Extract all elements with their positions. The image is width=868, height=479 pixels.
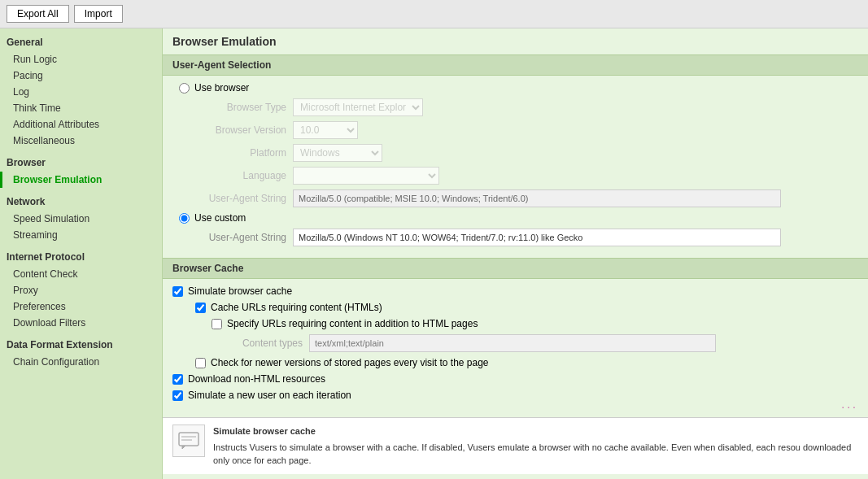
sidebar-section-network: Network [0,191,162,211]
dots-area: ... [172,398,858,411]
sidebar-item-log[interactable]: Log [0,84,162,100]
tooltip-title: Simulate browser cache [213,425,858,438]
cache-urls-html-checkbox[interactable] [195,303,206,313]
use-browser-row: Use browser [172,82,858,94]
tooltip-text-area: Simulate browser cache Instructs Vusers … [213,425,858,468]
browser-type-select[interactable]: Microsoft Internet Explorer [293,98,423,116]
content-area: Browser Emulation User-Agent Selection U… [163,28,868,479]
browser-type-label: Browser Type [195,102,293,113]
cache-urls-html-row: Cache URLs requiring content (HTMLs) [172,302,858,313]
simulate-browser-cache-row: Simulate browser cache [172,285,858,297]
browser-options-group: Browser Type Microsoft Internet Explorer… [172,98,858,207]
top-bar: Export All Import [0,0,868,28]
svg-rect-0 [179,433,198,446]
tooltip-area: Simulate browser cache Instructs Vusers … [163,417,868,474]
import-button[interactable]: Import [74,5,123,23]
use-custom-row: Use custom [172,212,858,224]
sidebar-item-download-filters[interactable]: Download Filters [0,315,162,331]
sidebar-item-preferences[interactable]: Preferences [0,298,162,315]
content-types-row: Content types [172,334,858,352]
sidebar-item-miscellaneous[interactable]: Miscellaneous [0,133,162,149]
comment-icon [177,429,200,452]
sidebar-item-think-time[interactable]: Think Time [0,100,162,116]
page-title: Browser Emulation [163,28,868,54]
tooltip-description: Instructs Vusers to simulate a browser w… [213,441,858,468]
sidebar-section-data-format: Data Format Extension [0,334,162,354]
use-custom-label: Use custom [194,212,246,224]
check-newer-versions-label: Check for newer versions of stored pages… [211,357,489,368]
sidebar-item-additional-attributes[interactable]: Additional Attributes [0,116,162,133]
simulate-browser-cache-label: Simulate browser cache [188,285,292,297]
language-select[interactable] [293,167,439,185]
user-agent-string-custom-row: User-Agent String [172,229,858,246]
sidebar-item-streaming[interactable]: Streaming [0,227,162,243]
browser-version-label: Browser Version [195,124,293,136]
use-browser-radio[interactable] [179,83,190,94]
browser-type-row: Browser Type Microsoft Internet Explorer [195,98,858,116]
sidebar-section-browser: Browser [0,152,162,172]
cache-urls-html-label: Cache URLs requiring content (HTMLs) [211,302,382,313]
simulate-browser-cache-checkbox[interactable] [172,286,183,297]
browser-cache-content: Simulate browser cache Cache URLs requir… [163,279,868,417]
user-agent-string-disabled-label: User-Agent String [195,193,293,204]
platform-row: Platform Windows [195,144,858,162]
specify-urls-label: Specify URLs requiring content in additi… [227,318,478,329]
sidebar-item-content-check[interactable]: Content Check [0,266,162,282]
sidebar-section-general: General [0,32,162,51]
export-all-button[interactable]: Export All [7,5,69,23]
check-newer-versions-checkbox[interactable] [195,358,206,368]
user-agent-section-content: Use browser Browser Type Microsoft Inter… [163,76,868,258]
language-label: Language [195,170,293,181]
browser-version-select[interactable]: 10.0 [293,121,358,139]
dots-indicator: ... [841,398,858,411]
specify-urls-checkbox[interactable] [212,319,222,329]
browser-cache-section-header: Browser Cache [163,258,868,279]
content-types-label: Content types [212,337,309,349]
user-agent-string-disabled-input[interactable] [293,189,781,207]
sidebar-item-browser-emulation[interactable]: Browser Emulation [0,172,162,188]
content-types-input[interactable] [309,334,716,352]
sidebar-item-run-logic[interactable]: Run Logic [0,51,162,67]
check-newer-versions-row: Check for newer versions of stored pages… [172,357,858,368]
sidebar-item-speed-simulation[interactable]: Speed Simulation [0,211,162,227]
download-non-html-row: Download non-HTML resources [172,373,858,385]
user-agent-string-custom-input[interactable] [293,229,781,246]
browser-version-row: Browser Version 10.0 [195,121,858,139]
sidebar: General Run Logic Pacing Log Think Time … [0,28,163,479]
download-non-html-checkbox[interactable] [172,374,183,385]
user-agent-string-custom-label: User-Agent String [195,232,293,243]
user-agent-section-header: User-Agent Selection [163,54,868,76]
sidebar-item-chain-configuration[interactable]: Chain Configuration [0,354,162,370]
use-browser-label: Use browser [194,82,249,94]
main-layout: General Run Logic Pacing Log Think Time … [0,28,868,479]
specify-urls-row: Specify URLs requiring content in additi… [172,318,858,329]
user-agent-string-disabled-row: User-Agent String [195,189,858,207]
use-custom-radio[interactable] [179,213,190,224]
language-row: Language [195,167,858,185]
platform-label: Platform [195,147,293,159]
platform-select[interactable]: Windows [293,144,382,162]
sidebar-item-pacing[interactable]: Pacing [0,67,162,84]
sidebar-section-internet-protocol: Internet Protocol [0,246,162,266]
sidebar-item-proxy[interactable]: Proxy [0,282,162,298]
download-non-html-label: Download non-HTML resources [188,373,325,385]
tooltip-icon [172,425,205,457]
